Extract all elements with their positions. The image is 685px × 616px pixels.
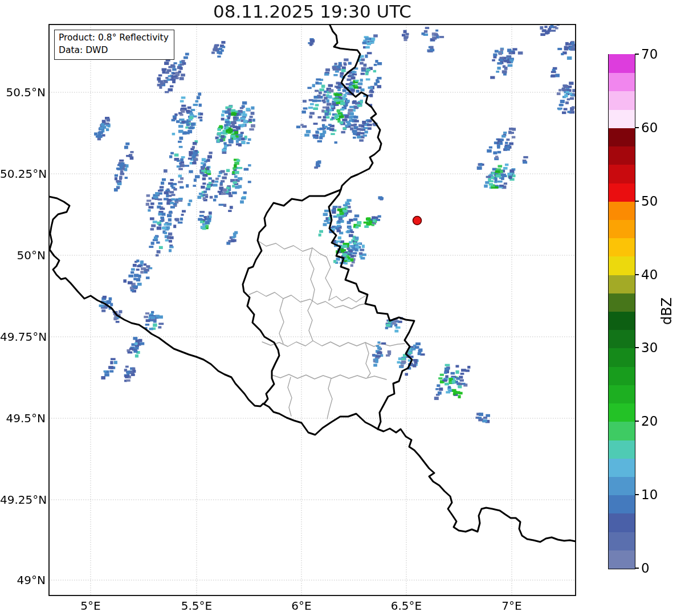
colorbar-segment: [609, 348, 635, 367]
colorbar-segment: [609, 165, 635, 183]
y-tick-label: 50.25°N: [0, 167, 46, 181]
colorbar-tick-label: 10: [641, 487, 658, 503]
colorbar-segment: [609, 183, 635, 202]
colorbar-segment: [609, 109, 635, 128]
colorbar-tick-label: 0: [641, 560, 650, 576]
colorbar-segment: [609, 422, 635, 440]
colorbar-tick: [635, 347, 639, 348]
y-tick-label: 50°N: [0, 248, 46, 262]
colorbar-tick: [635, 127, 639, 128]
colorbar-tick: [635, 54, 639, 55]
colorbar-segment: [609, 54, 635, 73]
y-tick-label: 49.25°N: [0, 493, 46, 507]
colorbar-tick-label: 20: [641, 413, 658, 429]
colorbar-segment: [609, 219, 635, 238]
data-source-line: Data: DWD: [59, 44, 169, 57]
x-tick-label: 7°E: [486, 599, 537, 613]
y-tick-label: 49.5°N: [0, 411, 46, 425]
colorbar-segment: [609, 91, 635, 110]
colorbar-tick: [635, 568, 639, 569]
colorbar-segment: [609, 73, 635, 92]
colorbar-segment: [609, 146, 635, 165]
colorbar-tick: [635, 421, 639, 422]
y-tick-label: 49.75°N: [0, 330, 46, 344]
radar-figure: 08.11.2025 19:30 UTC Product: 0.8° Refle…: [0, 0, 685, 616]
colorbar-tick-label: 30: [641, 340, 658, 356]
colorbar-unit-label: dBZ: [659, 297, 675, 325]
colorbar-segment: [609, 495, 635, 514]
colorbar-segment: [609, 128, 635, 146]
figure-title: 08.11.2025 19:30 UTC: [0, 1, 625, 22]
x-tick-label: 6.5°E: [381, 599, 432, 613]
y-tick-label: 50.5°N: [0, 85, 46, 99]
colorbar-segment: [609, 275, 635, 293]
radar-map-canvas: [0, 0, 685, 616]
colorbar-tick-label: 70: [641, 46, 658, 62]
colorbar-segment: [609, 458, 635, 477]
colorbar-segment: [609, 311, 635, 330]
colorbar-segment: [609, 385, 635, 403]
colorbar-segment: [609, 403, 635, 422]
colorbar-tick: [635, 494, 639, 495]
colorbar-segment: [609, 293, 635, 312]
colorbar-tick: [635, 274, 639, 275]
product-line: Product: 0.8° Reflectivity: [59, 32, 169, 44]
y-tick-label: 49°N: [0, 573, 46, 587]
colorbar-segment: [609, 440, 635, 459]
colorbar-segment: [609, 550, 635, 569]
x-tick-label: 5°E: [65, 599, 116, 613]
colorbar-segment: [609, 513, 635, 532]
x-tick-label: 5.5°E: [171, 599, 222, 613]
colorbar-segment: [609, 201, 635, 220]
product-info-box: Product: 0.8° Reflectivity Data: DWD: [54, 30, 174, 60]
colorbar: [608, 54, 635, 569]
colorbar-tick-label: 40: [641, 267, 658, 283]
colorbar-tick-label: 60: [641, 120, 658, 136]
colorbar-segment: [609, 330, 635, 349]
colorbar-tick-label: 50: [641, 193, 658, 209]
colorbar-segment: [609, 476, 635, 495]
colorbar-segment: [609, 256, 635, 275]
colorbar-tick: [635, 201, 639, 202]
colorbar-segment: [609, 532, 635, 550]
x-tick-label: 6°E: [276, 599, 327, 613]
colorbar-segment: [609, 238, 635, 257]
colorbar-segment: [609, 366, 635, 385]
